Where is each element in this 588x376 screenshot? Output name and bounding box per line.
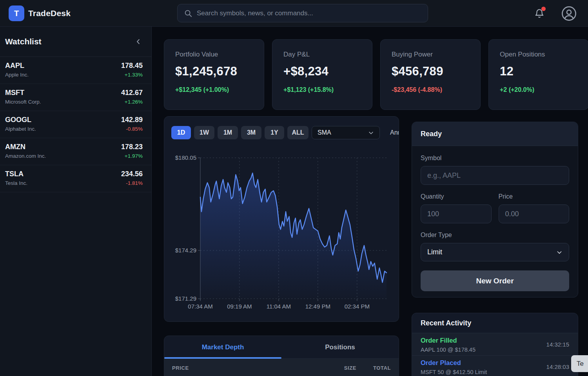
depth-table-header: PRICE SIZE TOTAL — [164, 359, 399, 376]
activity-item-order-filled[interactable]: Order Filled AAPL 100 @ $178.45 14:32:15 — [412, 333, 578, 356]
column-price: PRICE — [172, 365, 305, 371]
watchlist-item-tsla[interactable]: TSLA Tesla Inc. 234.56 -1.81% — [0, 165, 151, 192]
column-total: TOTAL — [356, 365, 391, 371]
price: 412.67 — [121, 89, 143, 97]
company-name: Amazon.com Inc. — [5, 153, 46, 159]
symbol: GOOGL — [5, 116, 36, 124]
quantity-field[interactable] — [421, 204, 492, 223]
search-icon — [184, 9, 192, 18]
stat-change: -$23,456 (-4.88%) — [392, 86, 469, 93]
order-status-text: Ready — [421, 130, 442, 138]
watchlist-item-amzn[interactable]: AMZN Amazon.com Inc. 178.23 +1.97% — [0, 138, 151, 165]
price-chart-panel: 1D 1W 1M 3M 1Y ALL SMA Annotate $180.05$… — [164, 116, 399, 322]
chevron-down-icon — [556, 249, 563, 256]
symbol: MSFT — [5, 89, 41, 97]
recent-activity-panel: Recent Activity Order Filled AAPL 100 @ … — [412, 313, 578, 376]
app-logo: T — [9, 5, 24, 21]
stat-value: $456,789 — [392, 64, 469, 78]
price: 142.89 — [121, 116, 143, 124]
recent-activity-title: Recent Activity — [412, 313, 578, 333]
order-type-select[interactable]: Limit — [421, 243, 569, 261]
symbol: AAPL — [5, 62, 29, 70]
order-status: Ready — [412, 122, 578, 146]
stat-label: Portfolio Value — [175, 51, 253, 58]
watchlist-item-aapl[interactable]: AAPL Apple Inc. 178.45 +1.33% — [0, 57, 151, 84]
stat-card-open-positions: Open Positions 12 +2 (+20.0%) — [488, 39, 588, 110]
collapse-sidebar-chevron-left-icon[interactable] — [135, 38, 142, 45]
logo-letter: T — [14, 9, 19, 18]
symbol-label: Symbol — [421, 155, 569, 162]
price-label: Price — [499, 193, 570, 200]
order-type-value: Limit — [427, 248, 442, 256]
price-chart[interactable]: $180.05$174.29$171.2907:34 AM09:19 AM11:… — [164, 117, 399, 322]
svg-text:$171.29: $171.29 — [175, 295, 196, 302]
tab-market-depth[interactable]: Market Depth — [164, 336, 281, 358]
svg-text:11:04 AM: 11:04 AM — [267, 303, 291, 310]
watchlist-title: Watchlist — [5, 37, 42, 46]
stat-label: Buying Power — [392, 51, 469, 58]
stat-label: Day P&L — [283, 51, 361, 58]
quantity-label: Quantity — [421, 193, 492, 200]
order-type-label: Order Type — [421, 232, 569, 239]
watchlist-sidebar: Watchlist AAPL Apple Inc. 178.45 +1.33% … — [0, 27, 152, 376]
stat-change: +2 (+20.0%) — [500, 86, 577, 93]
symbol: TSLA — [5, 170, 27, 178]
svg-text:$174.29: $174.29 — [175, 247, 196, 254]
tab-positions[interactable]: Positions — [281, 336, 399, 358]
company-name: Microsoft Corp. — [5, 99, 41, 105]
app-title: TradeDesk — [28, 0, 71, 27]
notification-badge — [541, 7, 546, 11]
change: +1.26% — [121, 99, 143, 105]
symbol: AMZN — [5, 143, 46, 151]
price: 234.56 — [121, 170, 143, 178]
stat-value: +$8,234 — [283, 64, 361, 78]
activity-time: 14:28:03 — [546, 363, 569, 370]
stat-value: $1,245,678 — [175, 64, 253, 78]
bottom-tabs: Market Depth Positions — [164, 336, 399, 359]
svg-text:$180.05: $180.05 — [175, 154, 196, 161]
svg-text:09:19 AM: 09:19 AM — [227, 303, 252, 310]
price: 178.23 — [121, 143, 143, 151]
symbol-field[interactable] — [421, 166, 569, 185]
watchlist-item-googl[interactable]: GOOGL Alphabet Inc. 142.89 -0.85% — [0, 111, 151, 138]
user-avatar-icon[interactable] — [561, 5, 577, 22]
company-name: Alphabet Inc. — [5, 126, 36, 132]
stat-card-portfolio-value: Portfolio Value $1,245,678 +$12,345 (+1.… — [164, 39, 264, 110]
change: -0.85% — [121, 126, 143, 132]
toast-notification: Te — [571, 355, 588, 372]
change: +1.97% — [121, 153, 143, 159]
stat-card-buying-power: Buying Power $456,789 -$23,456 (-4.88%) — [380, 39, 481, 110]
change: -1.81% — [121, 180, 143, 186]
activity-item-order-placed[interactable]: Order Placed MSFT 50 @ $412.50 Limit 14:… — [412, 356, 578, 376]
market-depth-panel: Market Depth Positions PRICE SIZE TOTAL — [164, 336, 399, 376]
column-size: SIZE — [305, 365, 356, 371]
watchlist-header: Watchlist — [0, 27, 151, 57]
watchlist-item-msft[interactable]: MSFT Microsoft Corp. 412.67 +1.26% — [0, 84, 151, 111]
stat-change: +$1,123 (+15.8%) — [283, 86, 361, 93]
change: +1.33% — [121, 72, 143, 78]
stat-card-day-pnl: Day P&L +$8,234 +$1,123 (+15.8%) — [272, 39, 372, 110]
svg-text:07:34 AM: 07:34 AM — [188, 303, 212, 310]
toast-text: Te — [577, 360, 584, 368]
company-name: Apple Inc. — [5, 72, 29, 78]
activity-time: 14:32:15 — [546, 341, 569, 348]
svg-text:12:49 PM: 12:49 PM — [305, 303, 330, 310]
new-order-button[interactable]: New Order — [421, 270, 569, 291]
price-field[interactable] — [499, 204, 570, 223]
stats-row: Portfolio Value $1,245,678 +$12,345 (+1.… — [164, 39, 588, 110]
stat-label: Open Positions — [500, 51, 577, 58]
app-header: T TradeDesk — [0, 0, 588, 27]
stat-value: 12 — [500, 64, 577, 78]
price: 178.45 — [121, 62, 143, 70]
stat-change: +$12,345 (+1.00%) — [175, 86, 253, 93]
notifications-button[interactable] — [534, 8, 544, 18]
company-name: Tesla Inc. — [5, 180, 27, 186]
order-ticket-panel: Ready Symbol Quantity Price Order Type L… — [412, 122, 578, 298]
search-input[interactable] — [197, 9, 421, 17]
search-bar[interactable] — [177, 4, 428, 22]
svg-text:02:34 PM: 02:34 PM — [345, 303, 370, 310]
